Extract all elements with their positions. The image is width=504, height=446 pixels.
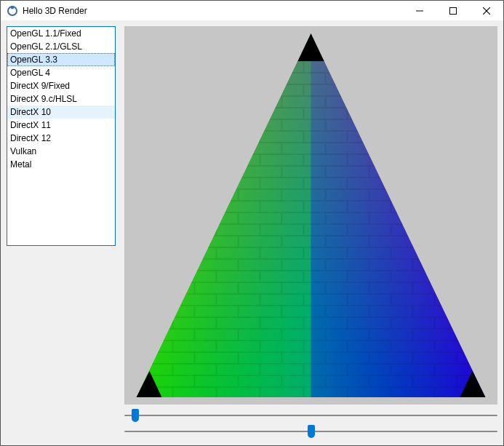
slider-1-track <box>124 415 497 416</box>
slider-2-track <box>124 431 497 432</box>
list-item[interactable]: DirectX 11 <box>7 119 115 132</box>
window-controls <box>403 1 503 20</box>
corner-top <box>298 33 324 61</box>
list-item[interactable]: DirectX 12 <box>7 132 115 145</box>
list-item[interactable]: OpenGL 1.1/Fixed <box>7 27 115 40</box>
renderer-listbox[interactable]: OpenGL 1.1/FixedOpenGL 2.1/GLSLOpenGL 3.… <box>7 26 116 246</box>
svg-point-1 <box>11 6 14 9</box>
list-item[interactable]: Metal <box>7 158 115 171</box>
slider-2[interactable] <box>124 423 497 439</box>
slider-1-thumb[interactable] <box>132 409 139 422</box>
titlebar: Hello 3D Render <box>1 1 503 20</box>
close-button[interactable] <box>470 1 503 20</box>
slider-2-thumb[interactable] <box>308 425 315 438</box>
svg-rect-3 <box>450 7 457 14</box>
slider-1[interactable] <box>124 407 497 423</box>
list-item[interactable]: DirectX 10 <box>7 105 115 119</box>
list-item[interactable]: OpenGL 4 <box>7 66 115 79</box>
svg-rect-21 <box>129 26 493 405</box>
list-item[interactable]: Vulkan <box>7 145 115 158</box>
window-title: Hello 3D Render <box>23 6 403 16</box>
list-item[interactable]: DirectX 9.c/HLSL <box>7 92 115 105</box>
minimize-button[interactable] <box>403 1 436 20</box>
list-item[interactable]: DirectX 9/Fixed <box>7 79 115 92</box>
maximize-button[interactable] <box>436 1 470 20</box>
slider-panel <box>124 405 497 439</box>
list-item[interactable]: OpenGL 3.3 <box>7 53 115 66</box>
client-area: OpenGL 1.1/FixedOpenGL 2.1/GLSLOpenGL 3.… <box>1 20 503 445</box>
list-item[interactable]: OpenGL 2.1/GLSL <box>7 40 115 53</box>
render-viewport <box>124 26 497 405</box>
app-icon <box>7 5 18 17</box>
app-window: Hello 3D Render OpenGL 1.1/FixedOpenGL 2… <box>0 0 504 446</box>
right-column <box>124 26 497 439</box>
